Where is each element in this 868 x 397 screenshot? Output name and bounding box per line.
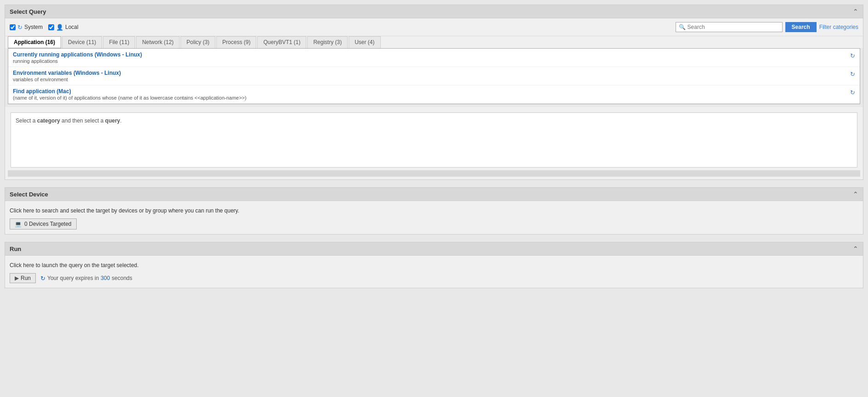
page-wrapper: Select Query ⌃ ↻ System 👤 Local 🔍 Search <box>0 0 868 397</box>
query-item-3[interactable]: Find application (Mac) (name of it, vers… <box>8 85 860 104</box>
search-area: 🔍 Search Filter categories <box>676 22 858 32</box>
query-list-outer: Currently running applications (Windows … <box>8 48 860 104</box>
query-item-3-sync-icon: ↻ <box>850 89 855 96</box>
select-query-collapse-icon[interactable]: ⌃ <box>853 8 858 15</box>
run-body: Click here to launch the query on the ta… <box>5 256 863 288</box>
tab-user[interactable]: User (4) <box>349 36 380 48</box>
expire-suffix: seconds <box>112 275 132 281</box>
query-list: Currently running applications (Windows … <box>8 49 860 104</box>
tabs-container: Application (16) Device (11) File (11) N… <box>5 36 863 48</box>
search-button[interactable]: Search <box>785 22 817 32</box>
query-item-2-title: Environment variables (Windows - Linux) <box>13 70 846 76</box>
query-item-1-text: Currently running applications (Windows … <box>13 51 846 64</box>
query-top-bar: ↻ System 👤 Local 🔍 Search Filter categor… <box>5 18 863 36</box>
query-item-1-title: Currently running applications (Windows … <box>13 51 846 58</box>
expire-seconds: 300 <box>101 275 110 281</box>
search-input[interactable] <box>688 24 779 30</box>
system-checkbox[interactable] <box>10 24 16 30</box>
select-device-body: Click here to search and select the targ… <box>5 201 863 234</box>
query-item-3-desc: (name of it, version of it) of applicati… <box>13 95 846 101</box>
search-input-wrapper: 🔍 <box>676 22 783 32</box>
select-query-panel: Select Query ⌃ ↻ System 👤 Local 🔍 Search <box>5 5 863 180</box>
tab-policy[interactable]: Policy (3) <box>180 36 215 48</box>
system-checkbox-label[interactable]: ↻ System <box>10 24 43 31</box>
local-checkbox[interactable] <box>48 24 54 30</box>
query-item-1-sync-icon: ↻ <box>850 52 855 59</box>
tab-device[interactable]: Device (11) <box>62 36 102 48</box>
tab-querybvt1[interactable]: QueryBVT1 (1) <box>257 36 306 48</box>
run-description: Click here to launch the query on the ta… <box>10 260 858 273</box>
editor-bottom-bar <box>8 170 860 177</box>
system-icon: ↻ <box>17 24 23 31</box>
select-device-header: Select Device ⌃ <box>5 188 863 201</box>
run-panel: Run ⌃ Click here to launch the query on … <box>5 242 863 288</box>
refresh-icon: ↻ <box>40 275 45 282</box>
devices-targeted-label: 0 Devices Targeted <box>24 221 72 227</box>
select-device-title: Select Device <box>10 191 48 198</box>
tab-network[interactable]: Network (12) <box>136 36 180 48</box>
query-item-2-desc: variables of environment <box>13 77 846 82</box>
monitor-icon: 💻 <box>15 221 22 227</box>
editor-placeholder: Select a category and then select a quer… <box>16 117 122 124</box>
query-item-3-title: Find application (Mac) <box>13 88 846 95</box>
query-editor-area: Select a category and then select a quer… <box>11 112 857 168</box>
play-icon: ▶ <box>15 275 19 281</box>
run-button[interactable]: ▶ Run <box>10 273 36 283</box>
devices-targeted-button[interactable]: 💻 0 Devices Targeted <box>10 218 77 229</box>
device-description: Click here to search and select the targ… <box>10 206 858 218</box>
local-label: Local <box>65 24 79 30</box>
tabs-row: Application (16) Device (11) File (11) N… <box>8 36 860 48</box>
select-device-collapse-icon[interactable]: ⌃ <box>853 190 858 198</box>
run-collapse-icon[interactable]: ⌃ <box>853 245 858 252</box>
query-item-2[interactable]: Environment variables (Windows - Linux) … <box>8 67 860 85</box>
run-header: Run ⌃ <box>5 242 863 256</box>
run-button-label: Run <box>21 275 31 281</box>
run-expire-text: ↻ Your query expires in 300 seconds <box>40 275 132 282</box>
tab-process[interactable]: Process (9) <box>216 36 256 48</box>
expire-prefix: Your query expires in <box>47 275 99 281</box>
search-magnifier-icon: 🔍 <box>679 24 686 30</box>
person-icon: 👤 <box>56 24 63 31</box>
local-checkbox-label[interactable]: 👤 Local <box>48 24 79 31</box>
tab-file[interactable]: File (11) <box>103 36 135 48</box>
query-item-1-desc: running applications <box>13 58 846 64</box>
tab-registry[interactable]: Registry (3) <box>307 36 348 48</box>
run-title: Run <box>10 246 21 252</box>
filter-categories-link[interactable]: Filter categories <box>819 24 858 30</box>
select-device-panel: Select Device ⌃ Click here to search and… <box>5 187 863 235</box>
query-item-1[interactable]: Currently running applications (Windows … <box>8 49 860 67</box>
system-label: System <box>24 24 43 30</box>
select-query-title: Select Query <box>10 8 46 15</box>
query-item-3-text: Find application (Mac) (name of it, vers… <box>13 88 846 101</box>
select-query-header: Select Query ⌃ <box>5 5 863 18</box>
run-actions-row: ▶ Run ↻ Your query expires in 300 second… <box>10 273 858 283</box>
query-item-2-text: Environment variables (Windows - Linux) … <box>13 70 846 82</box>
tab-application[interactable]: Application (16) <box>8 36 61 48</box>
query-item-2-sync-icon: ↻ <box>850 71 855 78</box>
editor-section: Select a category and then select a quer… <box>5 107 863 179</box>
